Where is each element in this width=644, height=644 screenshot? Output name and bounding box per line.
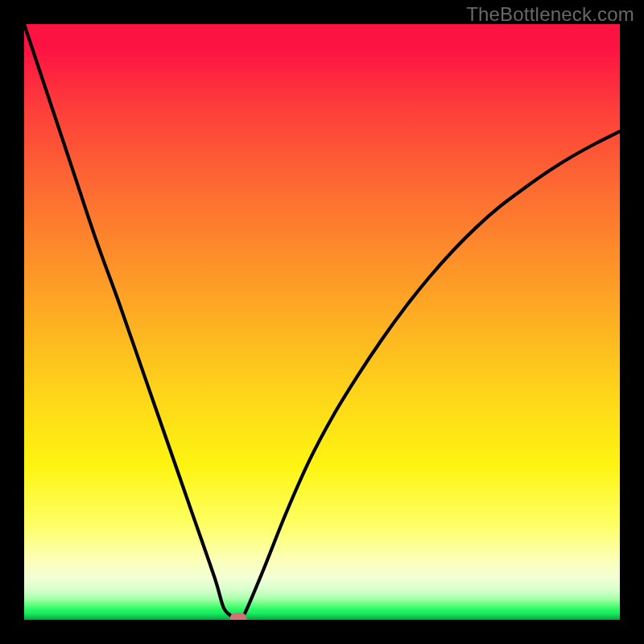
bottleneck-curve — [24, 24, 620, 620]
optimum-marker — [230, 613, 247, 620]
chart-frame: TheBottleneck.com — [0, 0, 644, 644]
plot-area — [24, 24, 620, 620]
watermark-text: TheBottleneck.com — [466, 3, 634, 26]
